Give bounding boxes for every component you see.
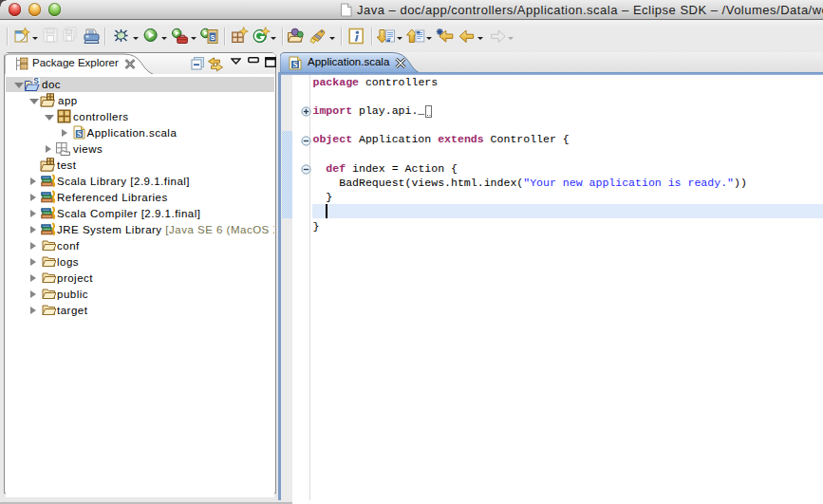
svg-text:S: S	[77, 129, 82, 139]
svg-text:S: S	[210, 33, 215, 42]
svg-text:S: S	[33, 77, 39, 85]
svg-text:S: S	[292, 60, 297, 69]
